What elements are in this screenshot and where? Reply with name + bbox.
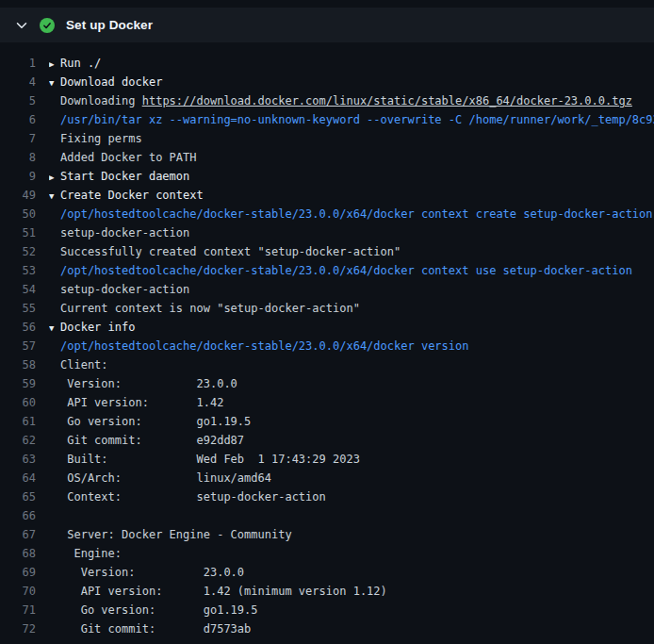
chevron-down-icon[interactable] [15, 19, 28, 32]
log-text: API version: 1.42 (minimum version 1.12) [49, 582, 654, 601]
line-number[interactable]: 61 [0, 412, 49, 431]
line-number[interactable]: 63 [0, 450, 49, 469]
disclosure-expanded-icon[interactable]: ▼ [49, 74, 60, 91]
line-number[interactable]: 4 [0, 73, 49, 91]
line-number[interactable]: 7 [0, 129, 49, 148]
log-line: 51setup-docker-action [0, 223, 654, 242]
log-text: Version: 23.0.0 [49, 563, 654, 582]
disclosure-collapsed-icon[interactable]: ▶ [49, 168, 60, 186]
line-number[interactable]: 72 [0, 619, 49, 638]
log-text: Fixing perms [49, 129, 654, 148]
log-text[interactable]: ▶Run ./ [49, 54, 654, 73]
log-line: 4▼Download docker [0, 73, 654, 91]
log-text[interactable]: ▼Create Docker context [49, 186, 654, 205]
group-label: Run ./ [60, 57, 101, 70]
line-number[interactable]: 71 [0, 601, 49, 619]
log-line: 69 Version: 23.0.0 [0, 563, 654, 582]
log-text: Current context is now "setup-docker-act… [49, 299, 654, 318]
line-number[interactable]: 68 [0, 544, 49, 563]
log-line: 6/usr/bin/tar xz --warning=no-unknown-ke… [0, 110, 654, 129]
log-line: 68 Engine: [0, 544, 654, 563]
log-text: Successfully created context "setup-dock… [49, 242, 654, 261]
log-line: 56▼Docker info [0, 318, 654, 337]
step-title: Set up Docker [66, 18, 153, 32]
log-text: Server: Docker Engine - Community [49, 525, 654, 544]
log-line: 72 Git commit: d7573ab [0, 619, 654, 638]
log-text: setup-docker-action [49, 223, 654, 242]
log-line: 1▶Run ./ [0, 54, 654, 73]
log-line: 71 Go version: go1.19.5 [0, 601, 654, 619]
log-text: Git commit: e92dd87 [49, 431, 654, 450]
line-number[interactable]: 67 [0, 525, 49, 544]
line-number[interactable]: 51 [0, 223, 49, 242]
log-line: 55Current context is now "setup-docker-a… [0, 299, 654, 318]
line-number[interactable]: 5 [0, 91, 49, 110]
group-label: Download docker [60, 75, 162, 89]
line-number[interactable]: 70 [0, 582, 49, 601]
log-line: 52Successfully created context "setup-do… [0, 242, 654, 261]
log-text: Downloading https://download.docker.com/… [49, 91, 654, 110]
line-number[interactable]: 65 [0, 487, 49, 506]
log-link[interactable]: https://download.docker.com/linux/static… [142, 94, 632, 107]
disclosure-expanded-icon[interactable]: ▼ [49, 319, 60, 337]
success-check-icon [40, 18, 55, 33]
log-line: 59 Version: 23.0.0 [0, 374, 654, 393]
log-text: Git commit: d7573ab [49, 619, 654, 638]
log-text [49, 506, 654, 525]
group-label: Docker info [60, 321, 135, 334]
log-text: Context: setup-docker-action [49, 487, 654, 506]
line-number[interactable]: 52 [0, 242, 49, 261]
disclosure-expanded-icon[interactable]: ▼ [49, 187, 60, 205]
line-number[interactable]: 62 [0, 431, 49, 450]
log-text: Client: [49, 355, 654, 374]
line-number[interactable]: 59 [0, 374, 49, 393]
log-line: 5Downloading https://download.docker.com… [0, 91, 654, 110]
line-number[interactable]: 50 [0, 205, 49, 223]
line-number[interactable]: 56 [0, 318, 49, 337]
line-number[interactable]: 57 [0, 337, 49, 355]
line-number[interactable]: 9 [0, 167, 49, 186]
log-line: 8Added Docker to PATH [0, 148, 654, 167]
line-number[interactable]: 66 [0, 506, 49, 525]
log-line: 57/opt/hostedtoolcache/docker-stable/23.… [0, 337, 654, 355]
log-line: 49▼Create Docker context [0, 186, 654, 205]
log-text: /opt/hostedtoolcache/docker-stable/23.0.… [49, 205, 654, 223]
group-label: Create Docker context [60, 189, 204, 202]
log-line: 67 Server: Docker Engine - Community [0, 525, 654, 544]
line-number[interactable]: 8 [0, 148, 49, 167]
line-number[interactable]: 58 [0, 355, 49, 374]
log-line: 63 Built: Wed Feb 1 17:43:29 2023 [0, 450, 654, 469]
log-text: OS/Arch: linux/amd64 [49, 469, 654, 487]
line-number[interactable]: 49 [0, 186, 49, 205]
line-number[interactable]: 1 [0, 54, 49, 73]
log-text: Version: 23.0.0 [49, 374, 654, 393]
line-number[interactable]: 55 [0, 299, 49, 318]
log-text: setup-docker-action [49, 280, 654, 299]
group-label: Start Docker daemon [60, 170, 189, 183]
line-number[interactable]: 69 [0, 563, 49, 582]
log-text: API version: 1.42 [49, 393, 654, 412]
disclosure-collapsed-icon[interactable]: ▶ [49, 55, 60, 73]
line-number[interactable]: 64 [0, 469, 49, 487]
line-number[interactable]: 54 [0, 280, 49, 299]
log-text: /opt/hostedtoolcache/docker-stable/23.0.… [49, 337, 654, 355]
log-text[interactable]: ▼Download docker [49, 73, 654, 91]
log-line: 60 API version: 1.42 [0, 393, 654, 412]
step-header[interactable]: Set up Docker [0, 8, 654, 42]
log-line: 65 Context: setup-docker-action [0, 487, 654, 506]
log-text: Go version: go1.19.5 [49, 412, 654, 431]
log-text[interactable]: ▶Start Docker daemon [49, 167, 654, 186]
log-text: Built: Wed Feb 1 17:43:29 2023 [49, 450, 654, 469]
log-line: 66 [0, 506, 654, 525]
line-number[interactable]: 6 [0, 110, 49, 129]
log-line: 70 API version: 1.42 (minimum version 1.… [0, 582, 654, 601]
line-number[interactable]: 60 [0, 393, 49, 412]
log-line: 61 Go version: go1.19.5 [0, 412, 654, 431]
log-text[interactable]: ▼Docker info [49, 318, 654, 337]
log-text: /opt/hostedtoolcache/docker-stable/23.0.… [49, 261, 654, 280]
log-text: Added Docker to PATH [49, 148, 654, 167]
log-line: 53/opt/hostedtoolcache/docker-stable/23.… [0, 261, 654, 280]
line-number[interactable]: 53 [0, 261, 49, 280]
log-link-prefix: Downloading [60, 94, 142, 107]
log-line: 50/opt/hostedtoolcache/docker-stable/23.… [0, 205, 654, 223]
